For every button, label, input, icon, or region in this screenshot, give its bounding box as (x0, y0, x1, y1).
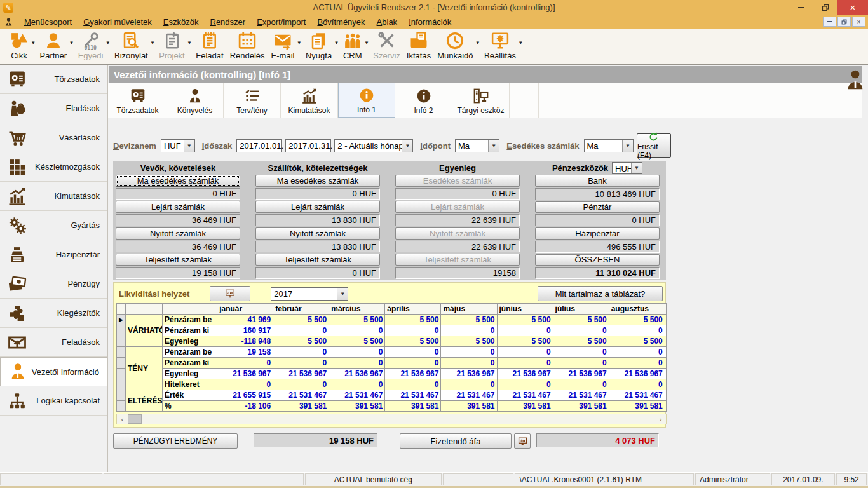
sidebar: TörzsadatokEladásokVásárlásokKészletmozg… (0, 65, 108, 473)
sidebar-item-kimutat-sok[interactable]: Kimutatások (0, 182, 107, 211)
toolbar-dropdown-icon[interactable]: ▾ (188, 39, 191, 46)
summary-button--sszesen[interactable]: ÖSSZESEN (535, 254, 660, 266)
toolbar-dropdown-icon[interactable]: ▾ (519, 39, 522, 46)
summary-button-lej-rt-sz-ml-k[interactable]: Lejárt számlák (116, 201, 240, 213)
toolbar-button-munkaid-[interactable]: Munkaidő (434, 30, 476, 61)
chevron-down-icon: ▼ (184, 140, 194, 152)
summary-button-p-nzt-r[interactable]: Pénztár (535, 201, 660, 214)
sidebar-item-vezet-i-inform-ci-[interactable]: Vezetői információ (0, 357, 107, 386)
row-selector[interactable] (117, 390, 126, 401)
tab-terv-t-ny[interactable]: Terv/tény (224, 83, 281, 118)
row-selector[interactable] (117, 325, 126, 336)
date-from-input[interactable]: 2017.01.01. (236, 139, 282, 152)
period-select[interactable]: 2 - Aktuális hónap ▼ (334, 139, 413, 152)
tab-t-rgyi-eszk-z[interactable]: Tárgyi eszköz (452, 83, 510, 118)
toolbar-button-bizonylat[interactable]: Bizonylat (111, 30, 151, 61)
toolbar-button-nyugta[interactable]: Nyugta (302, 30, 335, 61)
scroll-left-icon[interactable]: ‹ (117, 414, 128, 424)
menu-item-b-v-tm-nyek[interactable]: Bővítmények (311, 16, 370, 28)
sidebar-item-logikai-kapcsolat[interactable]: Logikai kapcsolat (0, 386, 107, 416)
toolbar-dropdown-icon[interactable]: ▾ (106, 39, 109, 46)
refresh-button[interactable]: Frissít (F4) (637, 133, 671, 158)
toolbar-button-partner[interactable]: Partner (37, 30, 71, 61)
summary-button-nyitott-sz-ml-k[interactable]: Nyitott számlák (255, 227, 380, 240)
sidebar-item-t-rzsadatok[interactable]: Törzsadatok (0, 65, 107, 94)
person-info-icon (187, 88, 203, 104)
summary-button-teljes-tett-sz-ml-k[interactable]: Teljesített számlák (255, 254, 380, 266)
toolbar-dropdown-icon[interactable]: ▾ (297, 39, 301, 46)
sidebar-item-p-nz-gy[interactable]: Pénzügy (0, 269, 107, 299)
scrollbar-thumb[interactable] (128, 414, 142, 424)
tab-kimutat-sok[interactable]: Kimutatások (281, 83, 338, 118)
toolbar-dropdown-icon[interactable]: ▾ (151, 39, 154, 46)
scroll-right-icon[interactable]: › (655, 414, 666, 424)
value-cell: 0 (553, 347, 609, 358)
row-selector[interactable]: ▶ (117, 315, 126, 325)
toolbar-dropdown-icon[interactable]: ▾ (477, 39, 480, 46)
row-selector[interactable] (117, 369, 126, 379)
horizontal-scrollbar[interactable]: ‹ › (116, 414, 667, 424)
currency-select[interactable]: HUF▼ (612, 162, 642, 174)
vat-button[interactable]: Fizetendő áfa (400, 433, 512, 449)
toolbar-dropdown-icon[interactable]: ▾ (365, 39, 369, 46)
toolbar-button-rendel-s[interactable]: Rendelés (227, 30, 268, 61)
toolbar-button-e-mail[interactable]: E-mail (268, 30, 298, 61)
summary-button-lej-rt-sz-ml-k[interactable]: Lejárt számlák (255, 201, 380, 213)
toolbar-button-cikk[interactable]: Cikk (6, 30, 32, 61)
toolbar-button-crm[interactable]: CRM (340, 30, 365, 61)
sidebar-item-kieg-sz-t-k[interactable]: Kiegészítők (0, 299, 107, 328)
row-selector[interactable] (117, 336, 126, 347)
sidebar-item-felad-sok[interactable]: Feladások (0, 328, 107, 357)
summary-button-h-zip-nzt-r[interactable]: Házipénztár (535, 227, 660, 240)
summary-button-ma-esed-kes-sz-ml-k[interactable]: Ma esedékes számlák (255, 175, 380, 187)
menu-item-export-import[interactable]: Export/import (251, 16, 311, 28)
toolbar-dropdown-icon[interactable]: ▾ (32, 39, 35, 46)
toolbar-button-be-ll-t-s[interactable]: Beállítás (481, 30, 519, 61)
menu-item-men-csoport[interactable]: Menücsoport (18, 16, 78, 28)
row-selector[interactable] (117, 379, 126, 390)
idopont-select[interactable]: Ma ▼ (455, 139, 499, 152)
tab-t-rzsadatok[interactable]: Törzsadatok (109, 83, 166, 118)
menu-item-gyakori-m-veletek[interactable]: Gyakori műveletek (78, 16, 158, 28)
mdi-restore-button[interactable] (837, 17, 851, 27)
year-select[interactable]: 2017 ▼ (271, 287, 348, 301)
minimize-button[interactable] (789, 0, 813, 15)
mdi-minimize-button[interactable] (823, 17, 836, 27)
sidebar-item-h-zip-nzt-r[interactable]: Házipénztár (0, 240, 107, 269)
toolbar-button-feladat[interactable]: Feladat (193, 30, 226, 61)
table-info-button[interactable]: Mit tartalmaz a táblázat? (538, 286, 663, 301)
close-button[interactable]: × (837, 0, 868, 15)
esedekes-select[interactable]: Ma ▼ (584, 139, 634, 152)
sidebar-item-k-szletmozg-sok[interactable]: Készletmozgások (0, 152, 107, 182)
menu-item-ablak[interactable]: Ablak (371, 16, 403, 28)
toolbar-button-iktat-s[interactable]: Iktatás (403, 30, 434, 61)
chevron-down-icon: ▼ (622, 140, 633, 152)
sidebar-item-gy-rt-s[interactable]: Gyártás (0, 211, 107, 240)
row-selector[interactable] (117, 347, 126, 358)
liquidity-chart-button[interactable] (210, 286, 250, 301)
toolbar-dropdown-icon[interactable]: ▾ (70, 39, 73, 46)
toolbar-label: Projekt (159, 51, 184, 60)
summary-button-nyitott-sz-ml-k[interactable]: Nyitott számlák (116, 227, 240, 240)
summary-button-bank[interactable]: Bank (535, 175, 660, 187)
date-to-input[interactable]: 2017.01.31. (285, 139, 331, 152)
tab-inf-1[interactable]: Infó 1 (338, 83, 395, 118)
tab-k-nyvel-s[interactable]: Könyvelés (166, 83, 224, 118)
toolbar-dropdown-icon[interactable]: ▾ (335, 39, 338, 46)
mdi-close-button[interactable]: × (852, 17, 865, 27)
tab-inf-2[interactable]: Infó 2 (395, 83, 452, 118)
menu-item-inform-ci-k[interactable]: Információk (403, 16, 457, 28)
sidebar-item-v-s-rl-sok[interactable]: Vásárlások (0, 123, 107, 152)
row-selector[interactable] (117, 401, 126, 412)
sidebar-item-elad-sok[interactable]: Eladások (0, 94, 107, 123)
menu-item-rendszer[interactable]: Rendszer (204, 16, 251, 28)
summary-button-teljes-tett-sz-ml-k[interactable]: Teljesített számlák (116, 254, 240, 266)
financial-result-button[interactable]: PÉNZÜGYI EREDMÉNY (113, 433, 238, 449)
menu-item-eszk-z-k[interactable]: Eszközök (158, 16, 205, 28)
scrollbar-track[interactable] (142, 414, 655, 424)
devizanem-select[interactable]: HUF ▼ (161, 139, 195, 152)
restore-button[interactable] (813, 0, 837, 15)
row-selector[interactable] (117, 358, 126, 369)
vat-chart-button[interactable] (514, 433, 531, 449)
summary-button-ma-esed-kes-sz-ml-k[interactable]: Ma esedékes számlák (116, 175, 240, 187)
